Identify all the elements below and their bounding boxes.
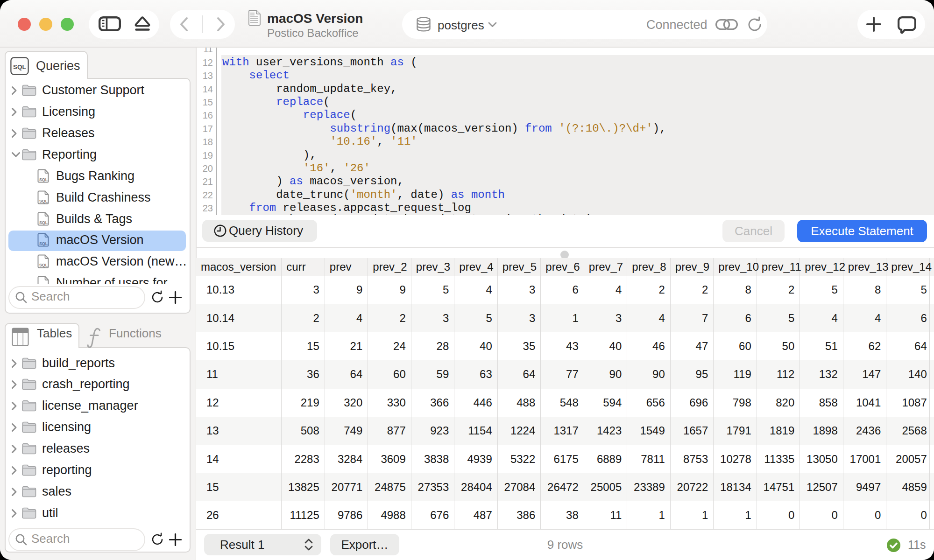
svg-text:SQL: SQL [39, 220, 48, 225]
svg-text:SQL: SQL [39, 263, 48, 267]
svg-text:SQL: SQL [39, 199, 48, 203]
svg-text:SQL: SQL [39, 177, 48, 182]
svg-text:SQL: SQL [13, 63, 26, 70]
svg-text:SQL: SQL [39, 241, 48, 246]
